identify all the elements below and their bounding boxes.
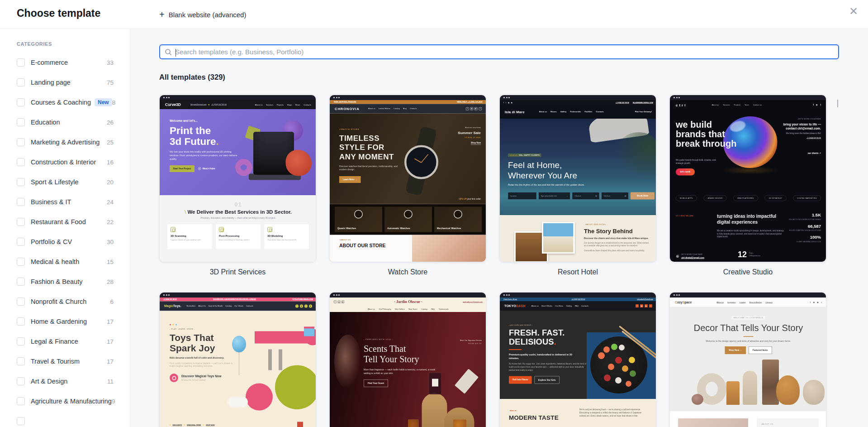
category-landing-page[interactable]: Landing page75 (0, 72, 130, 92)
watch-illustration (404, 145, 438, 179)
checkbox[interactable] (17, 258, 25, 266)
new-badge: New (95, 98, 112, 106)
portrait-illustration (334, 335, 361, 389)
category-legal-finance[interactable]: Legal & Finance17 (0, 331, 130, 351)
category-nonprofit-church[interactable]: Nonprofit & Church6 (0, 292, 130, 312)
checkbox[interactable] (17, 118, 25, 126)
checkbox[interactable] (17, 377, 25, 385)
decor-photo (678, 418, 748, 427)
template-card-3d-print-services[interactable]: Curve3D 3d.print@email.com+1 (234) 567 8… (159, 95, 316, 292)
category-business-it[interactable]: Business & IT24 (0, 192, 130, 212)
category-fashion-beauty[interactable]: Fashion & Beauty28 (0, 272, 130, 292)
search-input[interactable] (175, 48, 834, 56)
template-thumbnail[interactable]: +1 (234) 567 89 90SHOWROOM: 123A KENSING… (159, 292, 316, 427)
text-caret (175, 49, 176, 57)
category-partial-row[interactable] (0, 411, 130, 427)
category-portfolio-cv[interactable]: Portfolio & CV30 (0, 232, 130, 252)
checkbox[interactable] (17, 98, 25, 106)
browser-chrome (500, 293, 656, 297)
template-name: 3D Print Services (159, 268, 316, 276)
template-preview: f◉▶ - Jardin Obscur - jardinobscur@email… (330, 297, 486, 427)
categories-heading: CATEGORIES (17, 41, 130, 47)
template-preview: ctrl About usServicesProjectsTeamContact… (670, 100, 826, 262)
checkbox[interactable] (17, 198, 25, 206)
categories-list: E-commerce33 Landing page75 Courses & Co… (0, 53, 130, 427)
category-sport-lifestyle[interactable]: Sport & Lifestyle20 (0, 172, 130, 192)
checkbox[interactable] (17, 417, 25, 425)
checkbox[interactable] (17, 58, 25, 67)
checkbox[interactable] (17, 138, 25, 146)
category-ecommerce[interactable]: E-commerce33 (0, 53, 130, 72)
category-courses-coaching[interactable]: Courses & CoachingNew8 (0, 92, 130, 112)
search-icon (165, 48, 172, 56)
categories-sidebar: CATEGORIES E-commerce33 Landing page75 C… (0, 29, 130, 427)
template-thumbnail[interactable]: Open 8 am - 10 pm +1 (234) 567 89 00 tok… (499, 292, 656, 427)
checkbox[interactable] (17, 357, 25, 365)
about-photo (412, 235, 486, 263)
category-marketing-advertising[interactable]: Marketing & Advertising25 (0, 132, 130, 152)
category-restaurant-food[interactable]: Restaurant & Food22 (0, 212, 130, 232)
template-card-resort-hotel[interactable]: ft◉▶ +1 (234) 567 89 90ISLADIMARE@EMAIL.… (499, 95, 656, 292)
template-card-decor-store[interactable]: CozySpace About usInspirationCatalogNews… (669, 292, 826, 427)
about-panel: ABOUT US (757, 418, 819, 427)
checkbox[interactable] (17, 278, 25, 286)
checkbox[interactable] (17, 238, 25, 246)
template-card-creative-studio[interactable]: ctrl About usServicesProjectsTeamContact… (669, 95, 826, 292)
scrollbar-thumb[interactable] (837, 100, 838, 107)
template-preview: ft◉▶ +1 (234) 567 89 90ISLADIMARE@EMAIL.… (500, 100, 656, 262)
template-preview: Open 8 am - 10 pm +1 (234) 567 89 00 tok… (500, 297, 656, 427)
template-preview: Curve3D 3d.print@email.com+1 (234) 567 8… (160, 100, 316, 262)
category-education[interactable]: Education26 (0, 112, 130, 132)
template-thumbnail[interactable]: ctrl About usServicesProjectsTeamContact… (669, 95, 826, 262)
toy-icon (170, 374, 178, 382)
checkbox[interactable] (17, 78, 25, 86)
browser-chrome (330, 293, 486, 297)
close-icon[interactable]: ✕ (849, 6, 858, 17)
browser-chrome (670, 293, 826, 297)
template-thumbnail[interactable]: ft◉▶ +1 (234) 567 89 90ISLADIMARE@EMAIL.… (499, 95, 656, 262)
category-construction-interior[interactable]: Construction & Interior16 (0, 152, 130, 172)
category-art-design[interactable]: Art & Design11 (0, 371, 130, 391)
template-name: Resort Hotel (499, 268, 656, 276)
template-name: Watch Store (329, 268, 486, 276)
template-thumbnail[interactable]: Curve3D 3d.print@email.com+1 (234) 567 8… (159, 95, 316, 262)
dialog-header: Choose template + Blank website (advance… (0, 0, 868, 29)
category-medical-health[interactable]: Medical & health15 (0, 252, 130, 272)
template-thumbnail[interactable]: f◉▶ - Jardin Obscur - jardinobscur@email… (329, 292, 486, 427)
checkbox[interactable] (17, 218, 25, 226)
template-card-watch-store[interactable]: FREE SHIPPING FROM $50NEED HELP: +1 (800… (329, 95, 486, 292)
hotel-photo (542, 222, 575, 254)
printer-illustration (240, 125, 308, 184)
globe-icon: ⊕ (676, 254, 679, 259)
template-grid: Curve3D 3d.print@email.com+1 (234) 567 8… (159, 95, 839, 427)
blank-website-button[interactable]: + Blank website (advanced) (159, 0, 246, 29)
toys-illustration (241, 322, 316, 427)
template-card-toy-store[interactable]: +1 (234) 567 89 90SHOWROOM: 123A KENSING… (159, 292, 316, 427)
browser-chrome (670, 95, 826, 100)
checkbox[interactable] (17, 178, 25, 186)
category-home-gardening[interactable]: Home & Gardening17 (0, 312, 130, 331)
template-thumbnail[interactable]: CozySpace About usInspirationCatalogNews… (669, 292, 826, 427)
plus-icon: + (159, 10, 165, 19)
template-thumbnail[interactable]: FREE SHIPPING FROM $50NEED HELP: +1 (800… (329, 95, 486, 262)
search-box[interactable] (159, 44, 839, 59)
category-agriculture-manufacturing[interactable]: Agriculture & Manufacturing9 (0, 391, 130, 411)
checkbox[interactable] (17, 337, 25, 345)
template-preview: +1 (234) 567 89 90SHOWROOM: 123A KENSING… (160, 297, 316, 427)
template-preview: FREE SHIPPING FROM $50NEED HELP: +1 (800… (330, 100, 486, 262)
category-travel-tourism[interactable]: Travel & Tourism17 (0, 351, 130, 371)
template-card-sushi-delivery[interactable]: Open 8 am - 10 pm +1 (234) 567 89 00 tok… (499, 292, 656, 427)
template-preview: CozySpace About usInspirationCatalogNews… (670, 297, 826, 427)
checkbox[interactable] (17, 317, 25, 326)
checkbox[interactable] (17, 397, 25, 405)
sushi-photo (587, 332, 656, 399)
template-name: Creative Studio (669, 268, 826, 276)
templates-panel: All templates (329) Curve3D 3d.print@ema… (130, 29, 868, 427)
template-card-perfume-store[interactable]: f◉▶ - Jardin Obscur - jardinobscur@email… (329, 292, 486, 427)
browser-chrome (160, 95, 316, 100)
checkbox[interactable] (17, 297, 25, 306)
page-title: Choose template (17, 7, 100, 19)
social-icons: f◉▶t (466, 107, 482, 110)
all-templates-heading: All templates (329) (159, 73, 839, 82)
checkbox[interactable] (17, 158, 25, 166)
